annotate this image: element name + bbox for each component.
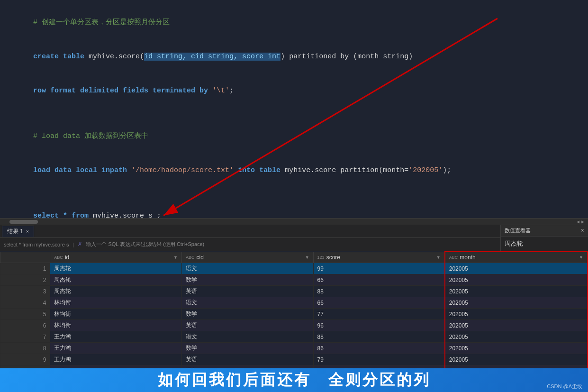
scroll-left-icon[interactable]: ◀ <box>577 219 579 225</box>
col-defs: id string, cid string, score int <box>144 53 280 61</box>
cell-cid[interactable]: 语文 <box>181 297 313 309</box>
value-inspector-close[interactable]: × <box>581 228 584 234</box>
watermark-bar: 如何回我们后面还有 全则分区的列 CSDN @A尘埃 <box>0 368 588 392</box>
code-line-2: create table myhive.score(id string, cid… <box>8 40 580 74</box>
cell-month[interactable]: 202005 <box>445 343 588 354</box>
col-header-score[interactable]: 123 score ▼ <box>313 252 445 263</box>
cell-score[interactable]: 77 <box>313 309 445 320</box>
kw-select: select * from <box>33 212 93 218</box>
sort-id-icon[interactable]: ▼ <box>173 255 178 260</box>
table-row[interactable]: 4林均衔语文66202005 <box>0 297 588 309</box>
table-row[interactable]: 3周杰轮英语88202005 <box>0 286 588 297</box>
cell-month[interactable]: 202005 <box>445 297 588 309</box>
kw-into: into table <box>234 166 285 174</box>
cell-cid[interactable]: 语文 <box>181 263 313 274</box>
cell-score[interactable]: 96 <box>313 320 445 331</box>
col-type-cid: ABC <box>186 255 195 260</box>
results-panel: 结果 1 × select * from myhive.score s | ✗ … <box>0 225 588 392</box>
row-num-cell: 2 <box>0 274 50 286</box>
main-layout: # 创建一个单分区表，分区是按照月份分区 create table myhive… <box>0 0 588 392</box>
table-row[interactable]: 9王力鸿英语79202005 <box>0 354 588 365</box>
tab-label: 结果 1 <box>7 228 23 236</box>
code-line-1: # 创建一个单分区表，分区是按照月份分区 <box>8 6 580 40</box>
row-num-cell: 4 <box>0 297 50 309</box>
value-inspector-header: 数值查看器 × <box>501 225 588 237</box>
cell-id[interactable]: 王力鸿 <box>50 331 182 343</box>
cell-id[interactable]: 林均衔 <box>50 297 182 309</box>
results-tab[interactable]: 结果 1 × <box>2 226 34 237</box>
scrollbar-thumb[interactable] <box>9 220 38 224</box>
table-row[interactable]: 7王力鸿语文88202005 <box>0 331 588 343</box>
row-num-cell: 3 <box>0 286 50 297</box>
table-row[interactable]: 8王力鸿数学86202005 <box>0 343 588 354</box>
col-header-id[interactable]: ABC id ▼ <box>50 252 182 263</box>
row-num-cell: 6 <box>0 320 50 331</box>
cell-cid[interactable]: 语文 <box>181 331 313 343</box>
cell-score[interactable]: 99 <box>313 263 445 274</box>
sort-month-icon[interactable]: ▼ <box>579 255 583 260</box>
query-label: select * from myhive.score s <box>4 242 69 247</box>
row-num-cell: 5 <box>0 309 50 320</box>
cell-cid[interactable]: 数学 <box>181 274 313 286</box>
cell-month[interactable]: 202005 <box>445 309 588 320</box>
row-num-cell: 7 <box>0 331 50 343</box>
tab-close-icon[interactable]: × <box>26 229 29 234</box>
col-type-score: 123 <box>317 255 325 260</box>
cell-cid[interactable]: 数学 <box>181 343 313 354</box>
cell-id[interactable]: 林均衔 <box>50 320 182 331</box>
kw-rowformat: row format delimited fields terminated b… <box>33 87 212 95</box>
table-header-row: ABC id ▼ ABC cid ▼ <box>0 252 588 263</box>
row-num-cell: 9 <box>0 354 50 365</box>
cell-id[interactable]: 周杰轮 <box>50 263 182 274</box>
col-header-month[interactable]: ABC month ▼ <box>445 252 588 263</box>
cell-id[interactable]: 王力鸿 <box>50 343 182 354</box>
col-name-id: id <box>65 254 69 261</box>
col-header-cid[interactable]: ABC cid ▼ <box>181 252 313 263</box>
cell-month[interactable]: 202005 <box>445 286 588 297</box>
str-path: '/home/hadoop/score.txt' <box>131 166 234 174</box>
comment-1: # 创建一个单分区表，分区是按照月份分区 <box>33 18 170 27</box>
col-rownum <box>0 252 50 263</box>
cell-month[interactable]: 202005 <box>445 331 588 343</box>
csdn-watermark: CSDN @A尘埃 <box>547 383 582 390</box>
table-row[interactable]: 1周杰轮语文99202005 <box>0 263 588 274</box>
table-row[interactable]: 5林均街数学77202005 <box>0 309 588 320</box>
filter-separator: | <box>73 242 74 247</box>
row-num-cell: 1 <box>0 263 50 274</box>
cell-cid[interactable]: 英语 <box>181 320 313 331</box>
scroll-right-icon[interactable]: ▶ <box>581 219 584 225</box>
code-line-5: # load data 加载数据到分区表中 <box>8 119 580 154</box>
value-inspector-value: 周杰轮 <box>501 237 588 251</box>
cell-score[interactable]: 88 <box>313 331 445 343</box>
code-line-4 <box>8 108 580 119</box>
cell-month[interactable]: 202005 <box>445 274 588 286</box>
cell-month[interactable]: 202005 <box>445 320 588 331</box>
table-row[interactable]: 6林均衔英语96202005 <box>0 320 588 331</box>
cell-id[interactable]: 周杰轮 <box>50 286 182 297</box>
cell-score[interactable]: 66 <box>313 297 445 309</box>
cell-month[interactable]: 202005 <box>445 263 588 274</box>
cell-score[interactable]: 88 <box>313 286 445 297</box>
code-line-8: select * from myhive.score s ; <box>8 199 580 218</box>
cell-cid[interactable]: 英语 <box>181 286 313 297</box>
row-num-cell: 8 <box>0 343 50 354</box>
col-type-id: ABC <box>54 255 63 260</box>
cell-cid[interactable]: 数学 <box>181 309 313 320</box>
value-inspector-title: 数值查看器 <box>505 227 531 234</box>
cell-month[interactable]: 202005 <box>445 354 588 365</box>
cell-cid[interactable]: 英语 <box>181 354 313 365</box>
sort-cid-icon[interactable]: ▼ <box>305 255 309 260</box>
semi-2: ); <box>443 166 451 174</box>
cell-id[interactable]: 林均街 <box>50 309 182 320</box>
col-name-month: month <box>460 254 475 261</box>
table-row[interactable]: 2周杰轮数学66202005 <box>0 274 588 286</box>
horizontal-scrollbar[interactable]: ◀ ▶ <box>0 218 588 225</box>
code-line-3: row format delimited fields terminated b… <box>8 74 580 108</box>
sort-score-icon[interactable]: ▼ <box>436 255 441 260</box>
cell-score[interactable]: 86 <box>313 343 445 354</box>
kw-create: create table <box>33 53 89 61</box>
cell-id[interactable]: 周杰轮 <box>50 274 182 286</box>
cell-score[interactable]: 66 <box>313 274 445 286</box>
cell-id[interactable]: 王力鸿 <box>50 354 182 365</box>
cell-score[interactable]: 79 <box>313 354 445 365</box>
